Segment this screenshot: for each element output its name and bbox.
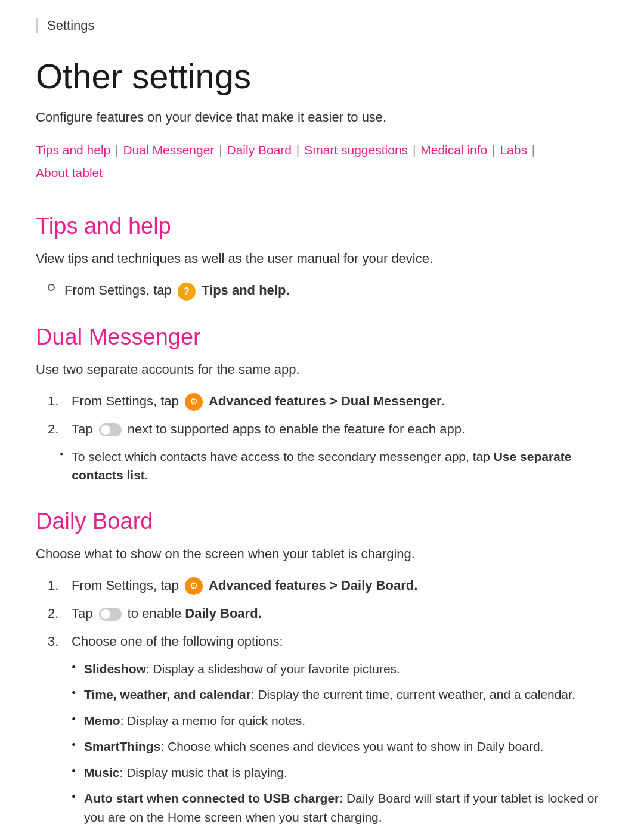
option-auto-start-text: Auto start when connected to USB charger… [84, 789, 608, 826]
toc-sep-3: | [293, 143, 303, 157]
daily-step-2-text: Tap to enable Daily Board. [72, 603, 608, 623]
option-music: • Music: Display music that is playing. [72, 763, 608, 782]
option-bullet-6: • [72, 790, 76, 804]
toc-links: Tips and help | Dual Messenger | Daily B… [36, 139, 608, 184]
bullet-circle-icon [48, 284, 55, 291]
toc-link-daily[interactable]: Daily Board [227, 143, 292, 157]
option-bullet-3: • [72, 713, 76, 726]
daily-options-list: • Slideshow: Display a slideshow of your… [72, 659, 608, 827]
toc-link-medical[interactable]: Medical info [420, 143, 487, 157]
option-memo: • Memo: Display a memo for quick notes. [72, 711, 608, 730]
daily-step-1-text: From Settings, tap Advanced features > D… [72, 575, 608, 595]
breadcrumb-text: Settings [47, 18, 95, 33]
toc-link-smart[interactable]: Smart suggestions [304, 143, 408, 157]
page-description: Configure features on your device that m… [36, 107, 608, 127]
tips-bullet-prefix: From Settings, tap [64, 283, 172, 298]
dual-step-1: 1. From Settings, tap Advanced features … [48, 391, 608, 411]
section-daily-board: Daily Board Choose what to show on the s… [36, 509, 608, 827]
dual-step-2-number: 2. [48, 419, 72, 439]
option-bullet-4: • [72, 738, 76, 752]
tips-section-description: View tips and techniques as well as the … [36, 249, 608, 268]
daily-steps-list: 1. From Settings, tap Advanced features … [48, 575, 608, 651]
sub-bullet-dot-1: • [60, 448, 63, 461]
daily-step-2-bold: Daily Board. [185, 606, 261, 621]
daily-step-3: 3. Choose one of the following options: [48, 631, 608, 651]
header-breadcrumb: Settings [36, 18, 608, 33]
daily-step-2: 2. Tap to enable Daily Board. [48, 603, 608, 623]
option-time-weather-bold: Time, weather, and calendar [84, 688, 251, 701]
option-bullet-1: • [72, 661, 76, 674]
option-slideshow-bold: Slideshow [84, 662, 146, 676]
daily-step-1-number: 1. [48, 575, 72, 595]
toc-sep-1: | [112, 143, 122, 157]
page-title: Other settings [36, 57, 608, 95]
option-bullet-2: • [72, 686, 76, 700]
tips-bullet-item: From Settings, tap Tips and help. [48, 280, 608, 300]
section-tips-and-help: Tips and help View tips and techniques a… [36, 213, 608, 300]
dual-section-title: Dual Messenger [36, 324, 608, 350]
advanced-features-icon-1 [185, 393, 203, 411]
page-container: Settings Other settings Configure featur… [0, 0, 644, 833]
option-time-weather-text: Time, weather, and calendar: Display the… [84, 685, 575, 704]
section-dual-messenger: Dual Messenger Use two separate accounts… [36, 324, 608, 485]
toggle-icon-1 [99, 423, 122, 436]
option-slideshow: • Slideshow: Display a slideshow of your… [72, 659, 608, 679]
option-music-text: Music: Display music that is playing. [84, 763, 287, 782]
dual-steps-list: 1. From Settings, tap Advanced features … [48, 391, 608, 439]
dual-sub-bullet-text: To select which contacts have access to … [72, 447, 608, 485]
daily-step-3-text: Choose one of the following options: [72, 631, 608, 651]
option-memo-bold: Memo [84, 714, 120, 727]
tips-bullet-text: From Settings, tap Tips and help. [64, 280, 290, 300]
option-music-bold: Music [84, 766, 120, 779]
toggle-icon-2 [99, 608, 122, 621]
option-auto-start-bold: Auto start when connected to USB charger [84, 791, 339, 805]
toc-sep-6: | [528, 143, 535, 157]
dual-step-1-bold: Advanced features > Dual Messenger. [209, 394, 445, 408]
tips-section-title: Tips and help [36, 213, 608, 239]
dual-step-2: 2. Tap next to supported apps to enable … [48, 419, 608, 439]
daily-step-1-bold: Advanced features > Daily Board. [209, 578, 417, 593]
option-bullet-5: • [72, 764, 76, 778]
daily-step-2-number: 2. [48, 603, 72, 623]
toc-link-dual[interactable]: Dual Messenger [123, 143, 214, 157]
tips-help-icon [178, 283, 196, 301]
dual-sub-bullet-bold: Use separate contacts list. [72, 450, 571, 482]
advanced-features-icon-2 [185, 577, 203, 595]
option-slideshow-text: Slideshow: Display a slideshow of your f… [84, 659, 400, 679]
option-memo-text: Memo: Display a memo for quick notes. [84, 711, 305, 730]
dual-sub-bullet: • To select which contacts have access t… [60, 447, 608, 485]
toc-link-tips[interactable]: Tips and help [36, 143, 110, 157]
daily-section-description: Choose what to show on the screen when y… [36, 544, 608, 563]
toc-sep-4: | [409, 143, 419, 157]
toc-link-about[interactable]: About tablet [36, 166, 103, 179]
daily-step-3-number: 3. [48, 631, 72, 651]
tips-bullet-bold: Tips and help. [202, 283, 290, 298]
option-smartthings: • SmartThings: Choose which scenes and d… [72, 737, 608, 756]
dual-section-description: Use two separate accounts for the same a… [36, 360, 608, 379]
toc-sep-2: | [215, 143, 225, 157]
option-time-weather: • Time, weather, and calendar: Display t… [72, 685, 608, 704]
dual-step-2-text: Tap next to supported apps to enable the… [72, 419, 608, 439]
daily-section-title: Daily Board [36, 509, 608, 534]
dual-step-1-text: From Settings, tap Advanced features > D… [72, 391, 608, 411]
toc-link-labs[interactable]: Labs [500, 143, 527, 157]
daily-step-1: 1. From Settings, tap Advanced features … [48, 575, 608, 595]
option-smartthings-text: SmartThings: Choose which scenes and dev… [84, 737, 543, 756]
toc-sep-5: | [488, 143, 499, 157]
dual-step-1-number: 1. [48, 391, 72, 411]
option-auto-start: • Auto start when connected to USB charg… [72, 789, 608, 826]
option-smartthings-bold: SmartThings [84, 739, 160, 753]
